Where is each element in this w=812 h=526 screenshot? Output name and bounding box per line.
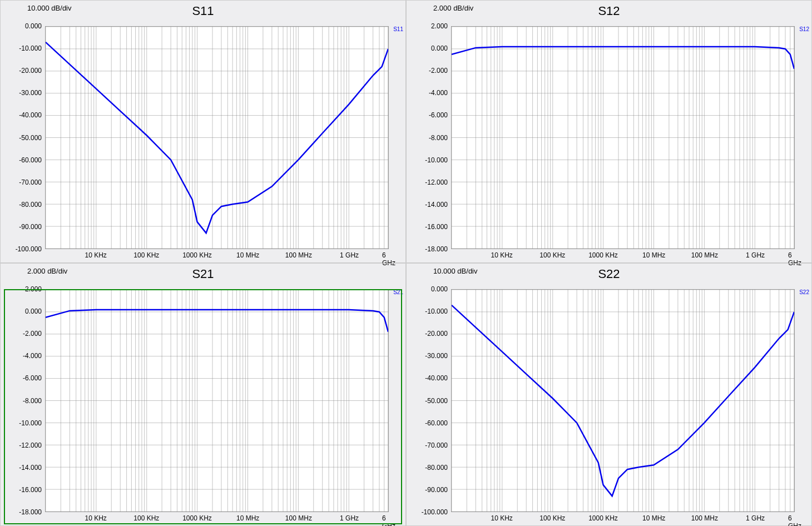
x-tick-label: 100 MHz	[691, 251, 718, 259]
x-tick-label: 1 GHz	[746, 514, 765, 522]
db-per-div: 10.000 dB/div	[433, 267, 478, 275]
y-tick-label: -18.000	[19, 508, 42, 516]
panel-title: S22	[598, 267, 620, 281]
x-tick-label: 10 KHz	[491, 251, 512, 259]
y-tick-label: -6.000	[429, 111, 448, 119]
y-tick-label: -80.000	[425, 464, 448, 472]
y-tick-label: -60.000	[425, 419, 448, 427]
chart-grid: 10.000 dB/div S11 S11 0.000-10.000-20.00…	[0, 0, 812, 526]
y-tick-label: -80.000	[19, 201, 42, 209]
y-tick-label: 2.000	[25, 285, 42, 293]
x-tick-label: 1000 KHz	[588, 251, 618, 259]
plot-area	[451, 26, 795, 249]
x-tick-label: 100 MHz	[285, 514, 312, 522]
x-tick-label: 10 MHz	[642, 251, 665, 259]
x-tick-label: 100 MHz	[285, 251, 312, 259]
y-tick-label: -90.000	[19, 223, 42, 231]
y-tick-label: 2.000	[431, 22, 448, 30]
panel-s11[interactable]: 10.000 dB/div S11 S11 0.000-10.000-20.00…	[0, 0, 406, 263]
y-tick-label: -4.000	[429, 89, 448, 97]
y-axis-labels: 0.000-10.000-20.000-30.000-40.000-50.000…	[407, 289, 450, 512]
x-tick-label: 100 KHz	[539, 251, 565, 259]
x-tick-label: 10 MHz	[642, 514, 665, 522]
y-tick-label: -8.000	[429, 134, 448, 142]
y-tick-label: -30.000	[425, 352, 448, 360]
plot-area	[45, 26, 389, 249]
db-per-div: 2.000 dB/div	[27, 267, 67, 275]
x-tick-label: 1 GHz	[340, 251, 359, 259]
x-tick-label: 100 KHz	[539, 514, 565, 522]
y-tick-label: -90.000	[425, 486, 448, 494]
y-tick-label: -12.000	[19, 441, 42, 449]
y-tick-label: -8.000	[23, 397, 42, 405]
db-per-div: 10.000 dB/div	[27, 4, 72, 12]
y-tick-label: -16.000	[19, 486, 42, 494]
trace-label: S11	[393, 26, 403, 32]
y-axis-labels: 0.000-10.000-20.000-30.000-40.000-50.000…	[1, 26, 44, 249]
x-tick-label: 10 MHz	[236, 251, 259, 259]
x-tick-label: 1000 KHz	[588, 514, 618, 522]
panel-s12[interactable]: 2.000 dB/div S12 S12 2.0000.000-2.000-4.…	[406, 0, 812, 263]
y-tick-label: -60.000	[19, 156, 42, 164]
panel-title: S11	[192, 4, 214, 18]
x-tick-label: 1 GHz	[746, 251, 765, 259]
y-tick-label: -20.000	[19, 67, 42, 75]
x-axis-labels: 10 KHz100 KHz1000 KHz10 MHz100 MHz1 GHz6…	[45, 514, 389, 523]
y-tick-label: 0.000	[25, 22, 42, 30]
trace-label: S21	[393, 289, 403, 295]
y-tick-label: -6.000	[23, 374, 42, 382]
db-per-div: 2.000 dB/div	[433, 4, 473, 12]
y-tick-label: -16.000	[425, 223, 448, 231]
panel-title: S21	[192, 267, 214, 281]
trace-label: S22	[799, 289, 809, 295]
x-tick-label: 10 KHz	[85, 251, 106, 259]
y-tick-label: -10.000	[425, 307, 448, 315]
x-tick-label: 1000 KHz	[182, 514, 212, 522]
y-tick-label: -30.000	[19, 89, 42, 97]
y-tick-label: -14.000	[19, 464, 42, 472]
x-tick-label: 100 MHz	[691, 514, 718, 522]
x-axis-labels: 10 KHz100 KHz1000 KHz10 MHz100 MHz1 GHz6…	[45, 251, 389, 260]
x-tick-label: 1 GHz	[340, 514, 359, 522]
y-axis-labels: 2.0000.000-2.000-4.000-6.000-8.000-10.00…	[407, 26, 450, 249]
x-tick-label: 10 KHz	[491, 514, 512, 522]
panel-s21[interactable]: 2.000 dB/div S21 S21 2.0000.000-2.000-4.…	[0, 263, 406, 526]
y-tick-label: -100.000	[16, 245, 42, 253]
y-tick-label: -4.000	[23, 352, 42, 360]
x-tick-label: 100 KHz	[133, 514, 159, 522]
y-tick-label: 0.000	[25, 307, 42, 315]
y-tick-label: 0.000	[431, 285, 448, 293]
y-tick-label: -12.000	[425, 178, 448, 186]
y-tick-label: -18.000	[425, 245, 448, 253]
y-tick-label: -10.000	[19, 419, 42, 427]
y-tick-label: -10.000	[425, 156, 448, 164]
y-tick-label: -2.000	[23, 330, 42, 338]
x-tick-label: 6 GHz	[788, 514, 801, 526]
x-tick-label: 10 KHz	[85, 514, 106, 522]
y-tick-label: -100.000	[422, 508, 448, 516]
x-tick-label: 6 GHz	[382, 514, 395, 526]
x-tick-label: 1000 KHz	[182, 251, 212, 259]
plot-area	[451, 289, 795, 512]
y-tick-label: -40.000	[19, 111, 42, 119]
y-axis-labels: 2.0000.000-2.000-4.000-6.000-8.000-10.00…	[1, 289, 44, 512]
y-tick-label: -40.000	[425, 374, 448, 382]
y-tick-label: -14.000	[425, 201, 448, 209]
y-tick-label: 0.000	[431, 44, 448, 52]
panel-title: S12	[598, 4, 620, 18]
y-tick-label: -50.000	[425, 397, 448, 405]
x-tick-label: 10 MHz	[236, 514, 259, 522]
panel-s22[interactable]: 10.000 dB/div S22 S22 0.000-10.000-20.00…	[406, 263, 812, 526]
y-tick-label: -10.000	[19, 44, 42, 52]
plot-area	[45, 289, 389, 512]
y-tick-label: -50.000	[19, 134, 42, 142]
y-tick-label: -2.000	[429, 67, 448, 75]
x-axis-labels: 10 KHz100 KHz1000 KHz10 MHz100 MHz1 GHz6…	[451, 251, 795, 260]
y-tick-label: -20.000	[425, 330, 448, 338]
x-tick-label: 100 KHz	[133, 251, 159, 259]
x-axis-labels: 10 KHz100 KHz1000 KHz10 MHz100 MHz1 GHz6…	[451, 514, 795, 523]
y-tick-label: -70.000	[19, 178, 42, 186]
trace-label: S12	[799, 26, 809, 32]
y-tick-label: -70.000	[425, 441, 448, 449]
